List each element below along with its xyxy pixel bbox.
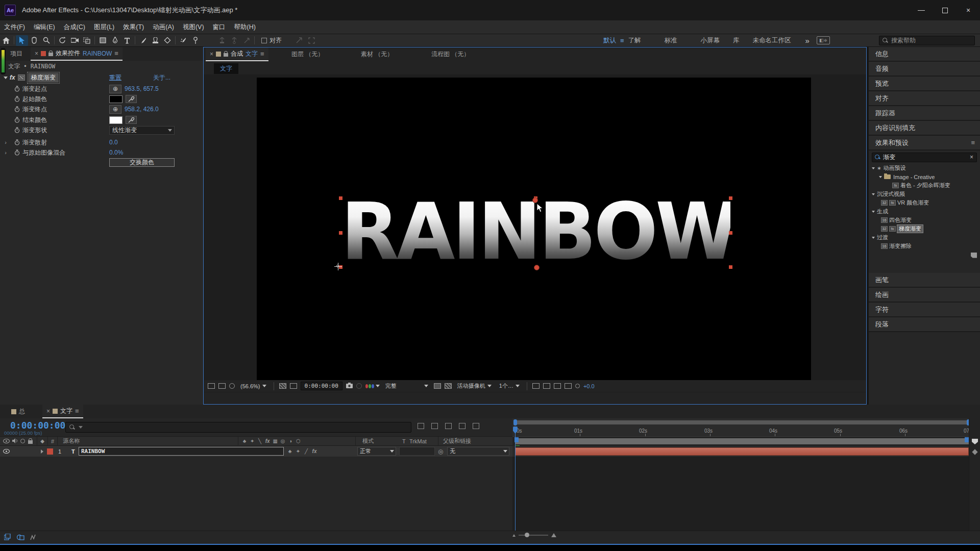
swap-colors-button[interactable]: 交换颜色 [109, 158, 175, 167]
tab-project[interactable]: 项目 [6, 47, 27, 61]
workspace-default[interactable]: 默认 [603, 36, 616, 45]
reset-exposure-icon[interactable] [575, 384, 580, 388]
axis-mode-world-icon[interactable] [228, 35, 240, 46]
tree-group-transition[interactable]: 过渡 [869, 233, 980, 242]
panel-preview[interactable]: 预览 [869, 77, 980, 91]
roto-brush-tool[interactable] [177, 35, 189, 46]
collapse-effect-icon[interactable] [4, 77, 8, 79]
ramp-scatter-value[interactable]: 0.0 [109, 139, 118, 146]
stopwatch-icon[interactable] [11, 86, 22, 92]
label-color-chip[interactable] [41, 51, 46, 56]
maximize-button[interactable] [933, 0, 957, 20]
lock-column-icon[interactable] [28, 440, 33, 444]
tree-effect-gradient-wipe[interactable]: 16 渐变擦除 [869, 242, 980, 251]
viewer-timecode[interactable]: 0:00:00:00 [301, 382, 342, 390]
snap-extra-icon[interactable] [293, 35, 305, 46]
workspace-unnamed[interactable]: 未命名工作区 [753, 36, 791, 45]
workspace-standard[interactable]: 标准 [665, 36, 677, 45]
workspace-menu-icon[interactable]: ≡ [620, 37, 624, 44]
exposure-value[interactable]: +0.0 [583, 383, 595, 389]
panel-menu-icon[interactable]: ≡ [114, 49, 118, 57]
panel-menu-icon[interactable]: ≡ [260, 50, 264, 58]
tab-composition[interactable]: × 合成 文字 ≡ [206, 47, 268, 61]
zoom-tool[interactable] [40, 35, 53, 46]
panel-tracker[interactable]: 跟踪器 [869, 106, 980, 121]
end-color-swatch[interactable] [109, 116, 122, 124]
parent-column[interactable]: 父级和链接 [443, 437, 471, 445]
start-color-swatch[interactable] [109, 95, 122, 103]
composition-canvas[interactable]: RAINBOW [257, 78, 811, 388]
timeline-button-icon[interactable] [565, 383, 572, 389]
panel-audio[interactable]: 音频 [869, 62, 980, 77]
timeline-search-input[interactable] [65, 422, 411, 433]
mask-expansion-icon[interactable] [305, 35, 317, 46]
trkmat-column[interactable]: TrkMat [409, 438, 427, 444]
pan-behind-tool[interactable] [81, 35, 93, 46]
menu-layer[interactable]: 图层(L) [94, 23, 114, 32]
workspace-settings-icon[interactable]: ◧≑ [817, 36, 830, 44]
stopwatch-icon[interactable] [11, 106, 22, 112]
time-navigator[interactable] [512, 418, 980, 427]
draft-3d-icon[interactable] [431, 423, 438, 429]
tree-group-immersive-video[interactable]: 沉浸式视频 [869, 190, 980, 198]
lock-icon[interactable] [48, 53, 53, 56]
eyedropper-icon[interactable] [126, 116, 137, 124]
expander-icon[interactable]: › [0, 149, 11, 156]
panel-effects-presets[interactable]: 效果和预设 ≡ [869, 136, 980, 151]
stopwatch-icon[interactable] [11, 127, 22, 133]
viewer-layout-icon[interactable] [208, 383, 215, 389]
tab-flowchart[interactable]: 流程图 （无） [431, 47, 470, 61]
t-column[interactable]: T [402, 438, 406, 444]
workspace-overflow-chevron[interactable]: » [805, 36, 810, 45]
menu-file[interactable]: 文件(F) [4, 23, 25, 32]
expander-icon[interactable]: › [0, 139, 11, 145]
parent-dropdown[interactable]: 无 [447, 447, 509, 456]
layer-duration-bar[interactable] [515, 447, 969, 456]
panel-content-aware-fill[interactable]: 内容识别填充 [869, 121, 980, 136]
tab-timeline-main[interactable]: 总 [7, 405, 29, 418]
view-count-dropdown[interactable]: 1个… [497, 382, 522, 390]
menu-edit[interactable]: 编辑(E) [34, 23, 55, 32]
reset-link[interactable]: 重置 [109, 73, 121, 82]
blend-mode-dropdown[interactable]: 正常 [357, 447, 396, 456]
comp-color-chip[interactable] [216, 52, 221, 57]
view-layout-icon[interactable] [532, 383, 540, 389]
snapshot-icon[interactable] [346, 383, 353, 389]
mask-visibility-icon[interactable] [290, 383, 297, 389]
tab-timeline-text[interactable]: × 文字 ≡ [42, 405, 83, 418]
tab-layer[interactable]: 图层 （无） [291, 47, 324, 61]
workspace-small-screen[interactable]: 小屏幕 [701, 36, 720, 45]
tree-preset-tint-sunset[interactable]: fx 着色 - 夕阳余晖渐变 [869, 181, 980, 190]
camera-tool[interactable] [68, 35, 81, 46]
ramp-shape-dropdown[interactable]: 线性渐变 [109, 126, 175, 135]
tree-group-animation-presets[interactable]: ∗ 动画预设 [869, 164, 980, 172]
help-search-input[interactable]: 搜索帮助 [879, 36, 975, 45]
effect-point-icon[interactable]: ⊕ [109, 85, 121, 93]
show-snapshot-icon[interactable] [356, 383, 362, 389]
panel-align[interactable]: 对齐 [869, 91, 980, 106]
effect-point-icon[interactable]: ⊕ [109, 105, 121, 114]
clear-search-icon[interactable]: × [970, 154, 973, 161]
handle-mid-right[interactable] [729, 231, 732, 235]
type-tool[interactable] [121, 35, 133, 46]
time-ruler[interactable]: 0s 01s 02s 03s 04s 05s 06s 07s [512, 427, 980, 437]
blend-value[interactable]: 0.0% [109, 149, 123, 156]
eraser-tool[interactable] [161, 35, 174, 46]
panel-paragraph[interactable]: 段落 [869, 317, 980, 332]
resolution-dropdown[interactable]: 完整 [383, 382, 430, 390]
lock-icon[interactable] [224, 53, 228, 57]
grid-guides-icon[interactable] [279, 383, 286, 389]
gradient-end-point[interactable] [532, 197, 538, 203]
trkmat-dropdown[interactable] [399, 447, 435, 456]
layer-row-rainbow[interactable]: 1 T RAINBOW ♣✦╱ fx 正常 ◎ 无 [0, 446, 512, 457]
minimize-button[interactable] [910, 0, 933, 20]
comp-breadcrumb[interactable]: 文字 [214, 63, 238, 74]
menu-window[interactable]: 窗口 [213, 23, 226, 32]
tree-folder-image-creative[interactable]: Image - Creative [869, 172, 980, 181]
workspace-learn[interactable]: 了解 [628, 36, 641, 45]
tree-effect-4-color-gradient[interactable]: 16 四色渐变 [869, 216, 980, 224]
gradient-start-point[interactable] [534, 265, 540, 270]
toggle-modes-icon[interactable] [17, 534, 24, 541]
timeline-zoom-control[interactable] [512, 533, 556, 537]
current-timecode[interactable]: 0:00:00:00 [10, 420, 65, 431]
